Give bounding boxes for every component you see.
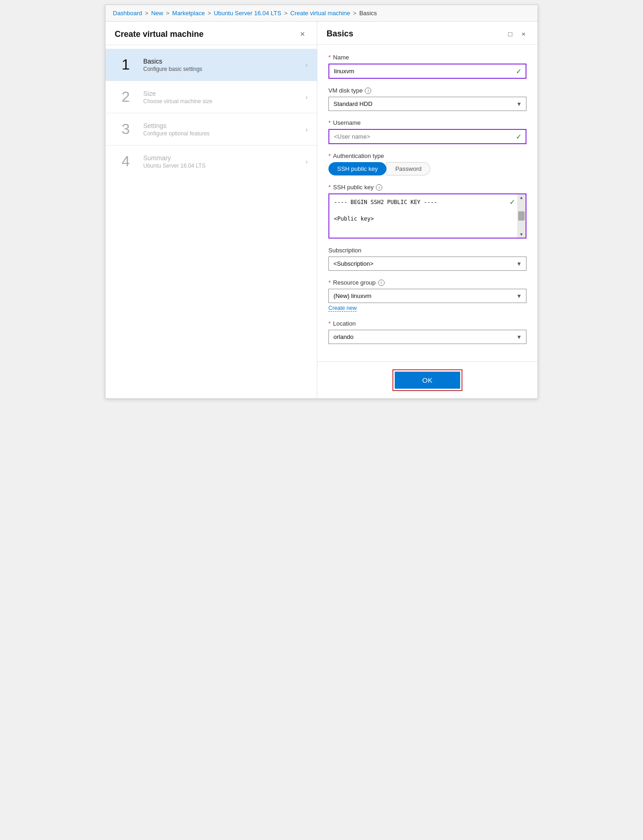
- left-panel-title: Create virtual machine: [115, 29, 204, 39]
- name-label: * Name: [328, 54, 526, 61]
- ssh-key-required-star: *: [328, 184, 331, 191]
- bottom-bar: OK: [317, 362, 538, 398]
- step-4-desc: Ubuntu Server 16.04 LTS: [143, 163, 302, 169]
- header-actions: □ ×: [505, 29, 528, 38]
- location-select[interactable]: orlando: [328, 330, 526, 344]
- step-3-title: Settings: [143, 122, 302, 129]
- name-label-text: Name: [333, 54, 349, 61]
- breadcrumb-create-vm[interactable]: Create virtual machine: [290, 10, 350, 17]
- vm-disk-info-icon[interactable]: i: [365, 88, 371, 94]
- vm-disk-select-wrapper: Standard HDD Standard SSD Premium SSD ▼: [328, 97, 526, 111]
- username-required-star: *: [328, 119, 331, 126]
- breadcrumb-sep-3: >: [208, 10, 211, 17]
- step-1-desc: Configure basic settings: [143, 66, 302, 72]
- subscription-label-text: Subscription: [328, 247, 362, 254]
- step-3-desc: Configure optional features: [143, 130, 302, 137]
- step-4-summary[interactable]: 4 Summary Ubuntu Server 16.04 LTS ›: [105, 146, 317, 177]
- scroll-up-icon[interactable]: ▲: [520, 195, 524, 200]
- left-panel-close-button[interactable]: ×: [297, 29, 308, 39]
- name-required-star: *: [328, 54, 331, 61]
- name-input[interactable]: [328, 64, 526, 79]
- step-1-basics[interactable]: 1 Basics Configure basic settings ›: [105, 49, 317, 81]
- step-4-number: 4: [115, 153, 137, 170]
- minimize-button[interactable]: □: [505, 29, 515, 38]
- breadcrumb-sep-1: >: [145, 10, 149, 17]
- step-2-chevron-icon: ›: [305, 93, 308, 101]
- step-3-info: Settings Configure optional features: [143, 122, 302, 137]
- steps-list: 1 Basics Configure basic settings › 2 Si…: [105, 45, 317, 181]
- auth-toggle-group: SSH public key Password: [328, 162, 526, 175]
- breadcrumb: Dashboard > New > Marketplace > Ubuntu S…: [105, 5, 538, 22]
- location-label: * Location: [328, 320, 526, 327]
- ok-button[interactable]: OK: [395, 372, 461, 389]
- ssh-scrollbar[interactable]: ▲ ▼: [517, 194, 526, 238]
- breadcrumb-sep-5: >: [353, 10, 357, 17]
- ssh-key-label-text: SSH public key: [333, 184, 374, 191]
- username-label: * Username: [328, 119, 526, 126]
- scroll-down-icon[interactable]: ▼: [520, 232, 524, 237]
- ssh-key-textarea-wrapper: ---- BEGIN SSH2 PUBLIC KEY ---- <Public …: [328, 193, 526, 239]
- breadcrumb-marketplace[interactable]: Marketplace: [172, 10, 205, 17]
- step-4-info: Summary Ubuntu Server 16.04 LTS: [143, 154, 302, 169]
- step-1-info: Basics Configure basic settings: [143, 58, 302, 72]
- step-3-settings[interactable]: 3 Settings Configure optional features ›: [105, 113, 317, 146]
- step-2-title: Size: [143, 90, 302, 97]
- step-3-number: 3: [115, 121, 137, 138]
- step-2-size[interactable]: 2 Size Choose virtual machine size ›: [105, 81, 317, 113]
- breadcrumb-new[interactable]: New: [151, 10, 163, 17]
- right-panel-title: Basics: [327, 29, 353, 39]
- main-content: Create virtual machine × 1 Basics Config…: [105, 22, 538, 398]
- create-new-link[interactable]: Create new: [328, 305, 357, 312]
- vm-disk-label: VM disk type i: [328, 87, 526, 94]
- app-window: Dashboard > New > Marketplace > Ubuntu S…: [105, 5, 538, 399]
- subscription-label: Subscription: [328, 247, 526, 254]
- breadcrumb-current: Basics: [359, 10, 377, 17]
- right-panel-close-button[interactable]: ×: [519, 29, 528, 38]
- ssh-key-info-icon[interactable]: i: [376, 184, 382, 191]
- scroll-thumb: [518, 211, 525, 221]
- step-4-chevron-icon: ›: [305, 158, 308, 165]
- step-1-chevron-icon: ›: [305, 61, 308, 69]
- resource-group-select[interactable]: (New) linuxvm: [328, 289, 526, 303]
- location-label-text: Location: [333, 320, 356, 327]
- step-2-desc: Choose virtual machine size: [143, 98, 302, 105]
- subscription-select[interactable]: <Subscription>: [328, 257, 526, 271]
- auth-type-group: * Authentication type SSH public key Pas…: [328, 152, 526, 175]
- breadcrumb-dashboard[interactable]: Dashboard: [113, 10, 142, 17]
- ssh-key-label: * SSH public key i: [328, 184, 526, 191]
- name-input-wrapper: ✓: [328, 64, 526, 79]
- password-toggle-button[interactable]: Password: [386, 162, 430, 175]
- ssh-key-group: * SSH public key i ---- BEGIN SSH2 PUBLI…: [328, 184, 526, 239]
- location-required-star: *: [328, 320, 331, 327]
- vm-disk-select[interactable]: Standard HDD Standard SSD Premium SSD: [328, 97, 526, 111]
- username-label-text: Username: [333, 119, 361, 126]
- resource-group-label-text: Resource group: [333, 279, 376, 286]
- username-group: * Username ✓: [328, 119, 526, 144]
- name-check-icon: ✓: [516, 67, 522, 76]
- ssh-key-check-icon: ✓: [509, 198, 515, 206]
- resource-group-required-star: *: [328, 279, 331, 286]
- username-input-wrapper: ✓: [328, 129, 526, 144]
- step-2-info: Size Choose virtual machine size: [143, 90, 302, 105]
- location-group: * Location orlando ▼: [328, 320, 526, 344]
- ssh-key-textarea[interactable]: ---- BEGIN SSH2 PUBLIC KEY ---- <Public …: [329, 194, 526, 236]
- resource-group-group: * Resource group i (New) linuxvm ▼ Creat…: [328, 279, 526, 312]
- ssh-key-toggle-button[interactable]: SSH public key: [328, 162, 386, 175]
- auth-type-label: * Authentication type: [328, 152, 526, 159]
- form-area: * Name ✓ VM disk type i: [317, 45, 538, 362]
- vm-disk-type-group: VM disk type i Standard HDD Standard SSD…: [328, 87, 526, 111]
- name-group: * Name ✓: [328, 54, 526, 79]
- subscription-select-wrapper: <Subscription> ▼: [328, 257, 526, 271]
- ok-button-wrapper: OK: [392, 369, 463, 391]
- username-input[interactable]: [328, 129, 526, 144]
- step-1-number: 1: [115, 56, 137, 73]
- breadcrumb-sep-4: >: [284, 10, 288, 17]
- right-panel: Basics □ × * Name ✓: [317, 22, 538, 398]
- breadcrumb-ubuntu[interactable]: Ubuntu Server 16.04 LTS: [214, 10, 281, 17]
- auth-type-label-text: Authentication type: [333, 152, 384, 159]
- location-select-wrapper: orlando ▼: [328, 330, 526, 344]
- step-1-title: Basics: [143, 58, 302, 65]
- resource-group-label: * Resource group i: [328, 279, 526, 286]
- auth-type-required-star: *: [328, 152, 331, 159]
- resource-group-info-icon[interactable]: i: [378, 280, 385, 286]
